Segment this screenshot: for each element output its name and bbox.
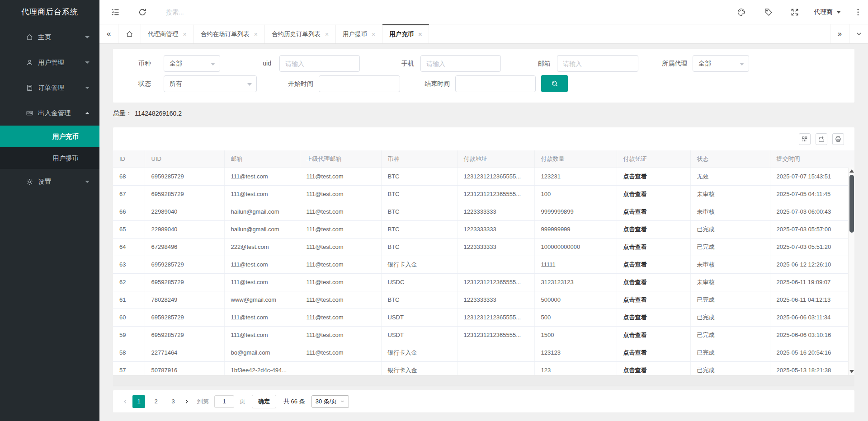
cell-8: 已完成 bbox=[690, 361, 770, 375]
voucher-view-link[interactable]: 点击查看 bbox=[623, 173, 647, 180]
money-icon bbox=[26, 109, 33, 117]
close-icon[interactable]: × bbox=[372, 31, 375, 37]
cell-0: 65 bbox=[113, 220, 145, 238]
cell-8: 已完成 bbox=[690, 238, 770, 256]
agent-select[interactable]: 全部 bbox=[693, 55, 749, 72]
cell-4: BTC bbox=[381, 185, 457, 203]
deposits-table: IDUID邮箱上级代理邮箱币种付款地址付款数量付款凭证状态提交时间6869592… bbox=[113, 150, 854, 375]
table-row: 6522989040hailun@gmail.com111@test.comBT… bbox=[113, 220, 854, 238]
voucher-view-link[interactable]: 点击查看 bbox=[623, 208, 647, 215]
page-size-select[interactable]: 30 条/页 bbox=[311, 395, 349, 408]
tab-user-deposit[interactable]: 用户充币× bbox=[382, 24, 429, 43]
sidebar-item-funds[interactable]: 出入金管理 bbox=[0, 100, 99, 126]
status-select[interactable]: 所有 bbox=[164, 75, 257, 92]
vertical-scrollbar[interactable] bbox=[848, 168, 854, 375]
sidebar-item-orders[interactable]: 订单管理 bbox=[0, 75, 99, 100]
voucher-view-link[interactable]: 点击查看 bbox=[623, 261, 647, 268]
cell-5 bbox=[457, 344, 534, 361]
uid-input[interactable] bbox=[279, 55, 360, 72]
next-page-icon[interactable] bbox=[182, 395, 192, 408]
voucher-view-link[interactable]: 点击查看 bbox=[623, 349, 647, 356]
cell-5: 1223333333 bbox=[457, 291, 534, 309]
email-input[interactable] bbox=[557, 55, 638, 72]
cell-2: 111@test.com bbox=[224, 256, 300, 273]
sidebar: 代理商后台系统 主页用户管理订单管理出入金管理用户充币用户提币设置 bbox=[0, 0, 99, 421]
scroll-down-icon[interactable] bbox=[849, 370, 854, 373]
cell-3: 111@test.com bbox=[300, 291, 381, 309]
chevron-down-icon bbox=[85, 87, 90, 89]
tabs-scroll-left-button[interactable]: « bbox=[99, 24, 118, 43]
agent-dropdown[interactable]: 代理商 bbox=[814, 0, 841, 24]
goto-page-input[interactable] bbox=[214, 395, 234, 408]
cell-4: 银行卡入金 bbox=[381, 256, 457, 273]
tab-agent-manage[interactable]: 代理商管理× bbox=[141, 24, 194, 43]
cell-7: 点击查看 bbox=[617, 203, 690, 220]
chevron-right-icon bbox=[184, 398, 190, 405]
horizontal-scrollbar[interactable] bbox=[113, 375, 854, 386]
voucher-view-link[interactable]: 点击查看 bbox=[623, 296, 647, 303]
confirm-button[interactable]: 确定 bbox=[252, 395, 276, 408]
more-options-icon[interactable] bbox=[854, 8, 863, 17]
collapse-sidebar-icon[interactable] bbox=[111, 8, 120, 17]
cell-8: 已完成 bbox=[690, 326, 770, 344]
sidebar-item-users[interactable]: 用户管理 bbox=[0, 50, 99, 75]
voucher-view-link[interactable]: 点击查看 bbox=[623, 243, 647, 250]
cell-5: 1231231212365555... bbox=[457, 185, 534, 203]
sidebar-subitem-user-withdraw[interactable]: 用户提币 bbox=[0, 147, 99, 169]
tab-home[interactable] bbox=[118, 24, 141, 43]
refresh-icon[interactable] bbox=[138, 8, 147, 17]
sidebar-item-label: 用户管理 bbox=[38, 58, 85, 67]
cell-0: 67 bbox=[113, 185, 145, 203]
cell-7: 点击查看 bbox=[617, 309, 690, 326]
cell-7: 点击查看 bbox=[617, 273, 690, 291]
sidebar-item-home[interactable]: 主页 bbox=[0, 24, 99, 50]
cell-1: 6959285729 bbox=[145, 273, 224, 291]
chevron-down-icon bbox=[836, 11, 841, 14]
search-input[interactable] bbox=[165, 6, 260, 18]
voucher-view-link[interactable]: 点击查看 bbox=[623, 332, 647, 338]
chevron-left-icon bbox=[122, 398, 128, 405]
end-time-input[interactable] bbox=[455, 75, 536, 92]
cell-3: 111@test.com bbox=[300, 168, 381, 185]
prev-page-icon[interactable] bbox=[120, 395, 130, 408]
tabs-scroll-right-button[interactable]: » bbox=[830, 24, 849, 43]
cell-8: 未审核 bbox=[690, 185, 770, 203]
table-panel: IDUID邮箱上级代理邮箱币种付款地址付款数量付款凭证状态提交时间6869592… bbox=[113, 127, 854, 386]
sidebar-item-settings[interactable]: 设置 bbox=[0, 169, 99, 194]
page-button-2[interactable]: 2 bbox=[150, 395, 162, 408]
voucher-view-link[interactable]: 点击查看 bbox=[623, 279, 647, 285]
fullscreen-icon[interactable] bbox=[790, 8, 799, 17]
tab-contract-open-orders[interactable]: 合约在场订单列表× bbox=[194, 24, 265, 43]
scroll-up-icon[interactable] bbox=[849, 169, 854, 173]
total-summary-value: 114248269160.2 bbox=[135, 110, 182, 117]
voucher-view-link[interactable]: 点击查看 bbox=[623, 367, 647, 374]
home-icon bbox=[126, 30, 133, 38]
cell-9: 2025-07-03 05:51:20 bbox=[770, 238, 854, 256]
page-button-3[interactable]: 3 bbox=[167, 395, 179, 408]
scrollbar-thumb[interactable] bbox=[849, 175, 854, 233]
close-icon[interactable]: × bbox=[183, 31, 187, 37]
voucher-view-link[interactable]: 点击查看 bbox=[623, 314, 647, 321]
tag-icon[interactable] bbox=[764, 8, 773, 17]
close-icon[interactable]: × bbox=[418, 31, 422, 37]
phone-input[interactable] bbox=[420, 55, 501, 72]
tab-user-withdraw[interactable]: 用户提币× bbox=[336, 24, 382, 43]
filter-label-agent: 所属代理 bbox=[649, 55, 687, 72]
export-button[interactable] bbox=[816, 133, 827, 145]
currency-select[interactable]: 全部 bbox=[164, 55, 220, 72]
tabs-menu-button[interactable] bbox=[849, 24, 868, 43]
voucher-view-link[interactable]: 点击查看 bbox=[623, 191, 647, 197]
print-button[interactable] bbox=[832, 133, 844, 145]
cell-4: 银行卡入金 bbox=[381, 344, 457, 361]
start-time-input[interactable] bbox=[319, 75, 400, 92]
page-button-1[interactable]: 1 bbox=[132, 395, 145, 408]
column-settings-button[interactable] bbox=[799, 133, 811, 145]
sidebar-subitem-user-deposit[interactable]: 用户充币 bbox=[0, 126, 99, 147]
cell-4: BTC bbox=[381, 291, 457, 309]
close-icon[interactable]: × bbox=[254, 31, 258, 37]
voucher-view-link[interactable]: 点击查看 bbox=[623, 226, 647, 233]
search-button[interactable] bbox=[541, 75, 568, 92]
tab-contract-history-orders[interactable]: 合约历史订单列表× bbox=[265, 24, 336, 43]
theme-palette-icon[interactable] bbox=[737, 8, 746, 17]
close-icon[interactable]: × bbox=[325, 31, 329, 37]
